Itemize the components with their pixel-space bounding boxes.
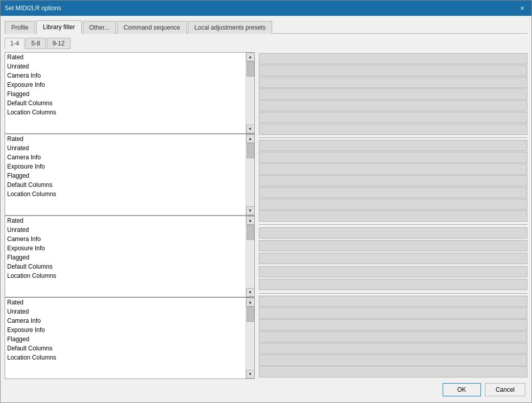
list-item[interactable]: Location Columns bbox=[5, 353, 246, 362]
list-item[interactable]: Unrated bbox=[5, 307, 246, 316]
list-item[interactable]: Default Columns bbox=[5, 344, 246, 353]
tab-other[interactable]: Other... bbox=[83, 21, 116, 34]
scroll-down-1[interactable]: ▼ bbox=[246, 125, 255, 133]
list-item[interactable]: Default Columns bbox=[5, 180, 246, 189]
list-box-1: Rated Unrated Camera Info Exposure Info … bbox=[5, 52, 255, 134]
midi-input[interactable] bbox=[259, 100, 527, 111]
scroll-down-2[interactable]: ▼ bbox=[246, 206, 255, 215]
midi-input[interactable] bbox=[259, 140, 527, 151]
scroll-up-1[interactable]: ▲ bbox=[246, 53, 255, 61]
midi-input[interactable] bbox=[259, 253, 527, 264]
scroll-down-4[interactable]: ▼ bbox=[246, 370, 255, 378]
midi-input[interactable] bbox=[259, 199, 527, 210]
list-item[interactable]: Location Columns bbox=[5, 108, 246, 117]
midi-input[interactable] bbox=[259, 354, 527, 366]
midi-input[interactable] bbox=[259, 296, 527, 307]
list-item[interactable]: Unrated bbox=[5, 225, 246, 234]
midi-input[interactable] bbox=[259, 77, 527, 88]
scroll-track-3[interactable] bbox=[246, 225, 254, 288]
scroll-track-1[interactable] bbox=[246, 61, 254, 125]
window-body: Profile Library filter Other... Command … bbox=[1, 16, 531, 402]
midi-input[interactable] bbox=[259, 175, 527, 186]
list-item[interactable]: Camera Info bbox=[5, 153, 246, 162]
midi-input[interactable] bbox=[259, 266, 527, 277]
tab-local-adjustments[interactable]: Local adjustments presets bbox=[188, 21, 272, 34]
list-box-3: Rated Unrated Camera Info Exposure Info … bbox=[5, 216, 255, 297]
window-title: Set MIDI2LR options bbox=[5, 5, 61, 12]
scrollbar-2[interactable]: ▲ ▼ bbox=[246, 134, 254, 215]
scroll-up-2[interactable]: ▲ bbox=[246, 134, 255, 143]
midi-input[interactable] bbox=[259, 210, 527, 222]
scroll-thumb-2[interactable] bbox=[247, 143, 254, 158]
scroll-track-2[interactable] bbox=[246, 143, 254, 206]
midi-input[interactable] bbox=[259, 331, 527, 342]
tab-library-filter[interactable]: Library filter bbox=[36, 20, 82, 34]
scroll-track-4[interactable] bbox=[246, 306, 254, 370]
left-panel: Rated Unrated Camera Info Exposure Info … bbox=[5, 52, 255, 379]
list-item[interactable]: Flagged bbox=[5, 253, 246, 262]
midi-input[interactable] bbox=[259, 152, 527, 163]
scroll-thumb-4[interactable] bbox=[247, 306, 254, 322]
list-item[interactable]: Location Columns bbox=[5, 189, 246, 199]
list-item[interactable]: Camera Info bbox=[5, 234, 246, 244]
content-area: Rated Unrated Camera Info Exposure Info … bbox=[5, 52, 527, 379]
midi-input[interactable] bbox=[259, 163, 527, 175]
list-item[interactable]: Exposure Info bbox=[5, 244, 246, 253]
midi-input[interactable] bbox=[259, 240, 527, 251]
midi-input[interactable] bbox=[259, 65, 527, 76]
sub-tab-bar: 1-4 5-8 9-12 bbox=[5, 38, 527, 49]
list-item[interactable]: Unrated bbox=[5, 62, 246, 71]
list-box-4: Rated Unrated Camera Info Exposure Info … bbox=[5, 297, 255, 379]
list-item[interactable]: Camera Info bbox=[5, 316, 246, 325]
midi-input[interactable] bbox=[259, 53, 527, 64]
list-box-2: Rated Unrated Camera Info Exposure Info … bbox=[5, 134, 255, 216]
tab-command-sequence[interactable]: Command sequence bbox=[117, 21, 187, 34]
scrollbar-1[interactable]: ▲ ▼ bbox=[246, 53, 254, 133]
list-item[interactable]: Exposure Info bbox=[5, 80, 246, 89]
list-item[interactable]: Rated bbox=[5, 53, 246, 62]
midi-input[interactable] bbox=[259, 343, 527, 354]
midi-input[interactable] bbox=[259, 88, 527, 100]
list-item[interactable]: Default Columns bbox=[5, 99, 246, 108]
list-items-4: Rated Unrated Camera Info Exposure Info … bbox=[5, 298, 246, 378]
section-divider bbox=[259, 293, 527, 294]
scrollbar-3[interactable]: ▲ ▼ bbox=[246, 216, 254, 297]
list-item[interactable]: Exposure Info bbox=[5, 325, 246, 335]
list-item[interactable]: Rated bbox=[5, 298, 246, 307]
midi-input[interactable] bbox=[259, 307, 527, 319]
scroll-thumb-3[interactable] bbox=[247, 225, 254, 240]
midi-input[interactable] bbox=[259, 187, 527, 198]
list-items-1: Rated Unrated Camera Info Exposure Info … bbox=[5, 53, 246, 133]
right-panel bbox=[259, 52, 527, 379]
list-item[interactable]: Unrated bbox=[5, 144, 246, 153]
sub-tab-9-12[interactable]: 9-12 bbox=[47, 38, 70, 49]
list-item[interactable]: Exposure Info bbox=[5, 162, 246, 171]
close-button[interactable]: × bbox=[517, 3, 527, 13]
footer: OK Cancel bbox=[5, 379, 527, 398]
scrollbar-4[interactable]: ▲ ▼ bbox=[246, 298, 254, 378]
title-bar: Set MIDI2LR options × bbox=[1, 1, 531, 16]
list-item[interactable]: Flagged bbox=[5, 89, 246, 99]
list-item[interactable]: Flagged bbox=[5, 171, 246, 180]
scroll-up-4[interactable]: ▲ bbox=[246, 298, 255, 306]
list-item[interactable]: Location Columns bbox=[5, 271, 246, 280]
scroll-up-3[interactable]: ▲ bbox=[246, 216, 255, 225]
sub-tab-5-8[interactable]: 5-8 bbox=[26, 38, 45, 49]
list-item[interactable]: Camera Info bbox=[5, 71, 246, 80]
scroll-thumb-1[interactable] bbox=[247, 61, 254, 77]
midi-input[interactable] bbox=[259, 319, 527, 330]
scroll-down-3[interactable]: ▼ bbox=[246, 288, 255, 297]
midi-input[interactable] bbox=[259, 124, 527, 135]
list-item[interactable]: Rated bbox=[5, 134, 246, 144]
list-item[interactable]: Default Columns bbox=[5, 262, 246, 271]
list-item[interactable]: Flagged bbox=[5, 335, 246, 344]
midi-input[interactable] bbox=[259, 112, 527, 123]
sub-tab-1-4[interactable]: 1-4 bbox=[5, 38, 25, 49]
midi-input[interactable] bbox=[259, 366, 527, 377]
midi-input[interactable] bbox=[259, 279, 527, 290]
tab-profile[interactable]: Profile bbox=[5, 21, 35, 34]
list-item[interactable]: Rated bbox=[5, 216, 246, 225]
ok-button[interactable]: OK bbox=[443, 383, 481, 396]
midi-input[interactable] bbox=[259, 227, 527, 239]
cancel-button[interactable]: Cancel bbox=[485, 383, 525, 396]
